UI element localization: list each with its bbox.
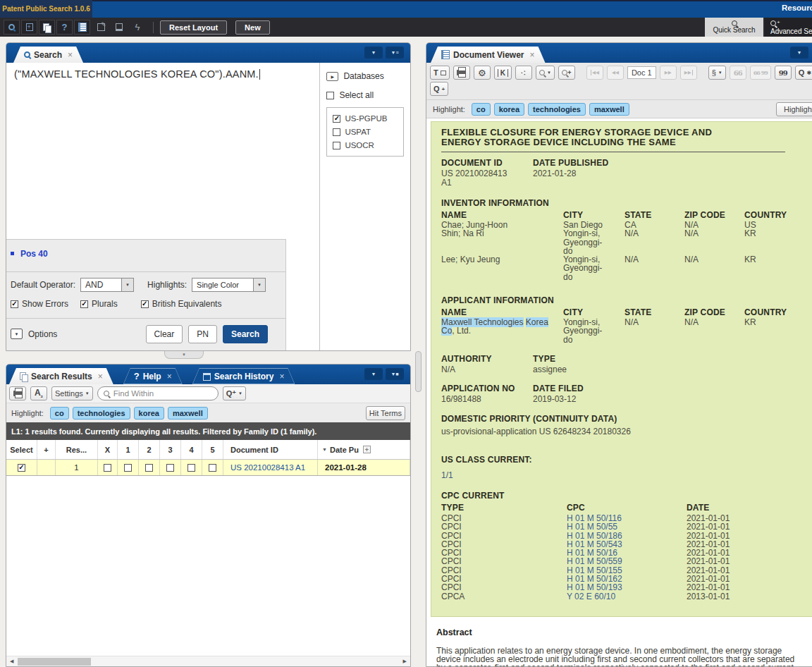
- flag-checkbox[interactable]: [124, 464, 132, 472]
- tab-search[interactable]: Search ×: [13, 47, 83, 63]
- highlight-chip[interactable]: technologies: [73, 407, 130, 420]
- column-header[interactable]: Document ID: [223, 440, 318, 459]
- panel-menu-button[interactable]: ▼≡: [386, 47, 404, 59]
- close-icon[interactable]: ×: [529, 50, 534, 60]
- options-toggle-icon[interactable]: ▼: [11, 329, 23, 339]
- panel-dropdown-button[interactable]: ▼: [364, 368, 383, 380]
- edit-note-icon[interactable]: ✎: [93, 20, 109, 35]
- database-checkbox[interactable]: [333, 115, 340, 123]
- column-header[interactable]: +: [37, 440, 56, 459]
- prev-doc-button[interactable]: ◀◀: [607, 66, 624, 80]
- column-header[interactable]: Select: [6, 440, 37, 459]
- pn-button[interactable]: PN: [188, 325, 217, 343]
- kwic-button[interactable]: K: [494, 66, 512, 80]
- panel-dropdown-button[interactable]: ▼: [790, 47, 808, 59]
- first-doc-button[interactable]: ◀◀: [586, 66, 603, 80]
- new-button[interactable]: New: [235, 20, 270, 35]
- note-icon[interactable]: [111, 20, 127, 35]
- search-tool-button[interactable]: [4, 20, 20, 35]
- settings-gear-button[interactable]: ⚙: [474, 66, 491, 80]
- clipboard-add-button[interactable]: +: [21, 20, 37, 35]
- query-input[interactable]: ("MAXWELL TECHNOLOGIES KOREA CO").AANM.: [6, 63, 319, 239]
- option-checkbox[interactable]: [141, 300, 149, 308]
- databases-header[interactable]: ▶ Databases: [326, 71, 404, 81]
- highlights-select[interactable]: Single Color▼: [192, 278, 266, 292]
- splitter-handle[interactable]: ▼: [164, 351, 204, 359]
- cpc-code-link[interactable]: Y 02 E 60/10: [567, 592, 687, 601]
- clear-button[interactable]: Clear: [146, 325, 183, 343]
- database-checkbox[interactable]: [333, 128, 340, 136]
- close-icon[interactable]: ×: [279, 372, 284, 381]
- reset-layout-button[interactable]: Reset Layout: [160, 20, 227, 35]
- quick-search-tab[interactable]: Quick Search: [705, 18, 763, 37]
- grid-icon[interactable]: +: [363, 446, 371, 453]
- column-header[interactable]: 3: [160, 440, 181, 459]
- select-all-option[interactable]: Select all: [326, 90, 404, 100]
- last-doc-button[interactable]: ▶▶: [680, 66, 697, 80]
- cpc-code-link[interactable]: H 01 M 50/193: [567, 583, 687, 592]
- column-header[interactable]: X: [98, 440, 118, 459]
- text-image-toggle-button[interactable]: T: [430, 66, 450, 80]
- font-size-button[interactable]: A₂: [30, 386, 47, 400]
- horizontal-scrollbar[interactable]: ◀ ▶: [6, 656, 410, 666]
- notebook-button[interactable]: [74, 20, 90, 35]
- database-option[interactable]: US-PGPUB: [333, 114, 398, 123]
- scroll-left-icon[interactable]: ◀: [10, 659, 13, 664]
- app-title-tab[interactable]: Patent Public Search 1.0.6: [0, 0, 92, 18]
- database-option[interactable]: USPAT: [333, 128, 398, 136]
- search-options-button[interactable]: ▼: [536, 66, 555, 80]
- tab-search-history[interactable]: Search History×: [192, 368, 295, 384]
- cpc-code-link[interactable]: H 01 M 50/186: [567, 532, 687, 540]
- advanced-search-tab[interactable]: ⁺ Advanced Search: [765, 18, 812, 37]
- zoom-button[interactable]: +: [558, 66, 575, 80]
- cpc-code-link[interactable]: H 01 M 50/559: [567, 557, 687, 565]
- database-checkbox[interactable]: [333, 142, 340, 149]
- dropdown-arrow-icon[interactable]: ▼: [253, 279, 265, 291]
- flag-checkbox[interactable]: [145, 464, 153, 472]
- column-header[interactable]: 1: [118, 440, 139, 459]
- tab-document-viewer[interactable]: Document Viewer ×: [431, 47, 546, 63]
- expand-icon[interactable]: ▶: [326, 72, 338, 81]
- quote-open-button[interactable]: 66: [730, 66, 746, 80]
- flag-checkbox[interactable]: [209, 464, 216, 472]
- find-within-input[interactable]: Find Within: [97, 386, 219, 400]
- highlight-chip[interactable]: maxwell: [168, 407, 208, 420]
- vertical-splitter[interactable]: [411, 37, 426, 667]
- column-header[interactable]: 2: [139, 440, 160, 459]
- column-header[interactable]: 5: [202, 440, 223, 459]
- highlight-chip[interactable]: maxwell: [589, 103, 629, 116]
- default-operator-select[interactable]: AND▼: [80, 278, 134, 292]
- key-query-button[interactable]: Q✱: [795, 66, 812, 80]
- lightning-icon[interactable]: ϟ: [130, 20, 145, 35]
- search-option[interactable]: British Equivalents: [141, 299, 222, 309]
- panel-dropdown-button[interactable]: ▼: [364, 47, 383, 59]
- option-checkbox[interactable]: [80, 300, 88, 308]
- document-link[interactable]: US 20210028413 A1: [230, 463, 305, 472]
- add-query-button[interactable]: Q⁺▼: [223, 386, 246, 400]
- cpc-code-link[interactable]: H 01 M 50/55: [567, 522, 687, 531]
- result-row[interactable]: 1US 20210028413 A12021-01-28: [6, 460, 410, 476]
- highlight-button[interactable]: Highlight: [776, 102, 812, 116]
- section-nav-button[interactable]: §▼: [708, 66, 726, 80]
- tab-search-results[interactable]: Search Results ×: [9, 368, 113, 384]
- panel-menu-button[interactable]: ▼■: [386, 368, 404, 380]
- copy-tool-button[interactable]: [39, 20, 55, 35]
- search-button[interactable]: Search: [223, 325, 268, 343]
- help-button[interactable]: ?: [56, 20, 73, 35]
- tab-help[interactable]: ?Help×: [123, 368, 183, 384]
- resources-link[interactable]: Resources: [782, 4, 812, 12]
- search-option[interactable]: Plurals: [80, 299, 118, 309]
- quote-close-button[interactable]: 99: [775, 66, 792, 80]
- print-button[interactable]: [9, 386, 26, 400]
- highlight-chip[interactable]: korea: [134, 407, 164, 420]
- search-option[interactable]: Show Errors: [11, 299, 68, 309]
- print-button[interactable]: [453, 66, 470, 80]
- dropdown-arrow-icon[interactable]: ▼: [121, 279, 133, 291]
- flag-checkbox[interactable]: [187, 464, 195, 472]
- close-icon[interactable]: ×: [68, 50, 73, 60]
- option-checkbox[interactable]: [11, 300, 18, 308]
- highlight-chip[interactable]: technologies: [528, 103, 586, 116]
- highlight-chip[interactable]: co: [50, 407, 69, 420]
- scrollbar-thumb[interactable]: [18, 658, 91, 666]
- column-header[interactable]: ▼Date Pu+: [318, 440, 410, 459]
